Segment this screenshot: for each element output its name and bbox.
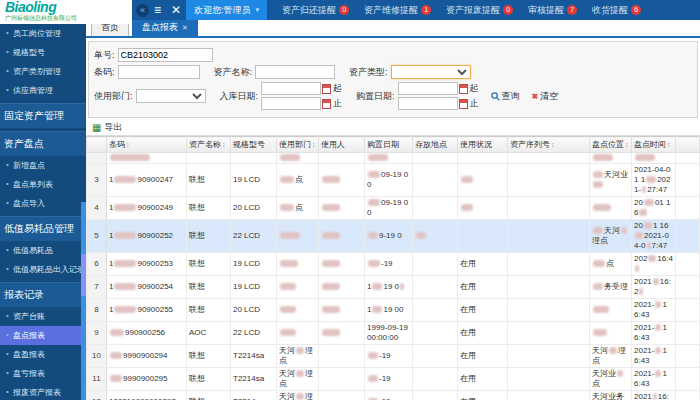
table-cell: 点 xyxy=(277,197,319,220)
export-button[interactable]: ▦ 导出 xyxy=(92,121,122,134)
redacted-blur xyxy=(593,154,613,161)
table-row[interactable]: 7190900254联想19 LCD119 0在用务受理202116:2 xyxy=(87,276,700,299)
sidebar-item[interactable]: 盘点报表 xyxy=(0,326,86,345)
order-number-input[interactable] xyxy=(118,48,213,62)
redacted-blur xyxy=(296,370,304,377)
search-button[interactable]: 查询 xyxy=(491,90,520,103)
table-toolbar: ▦ 导出 xyxy=(86,120,700,136)
sidebar-item[interactable]: 盘点单列表 xyxy=(0,175,86,194)
redacted-blur xyxy=(642,186,646,193)
notification-menu-item[interactable]: 资产报废提醒0 xyxy=(446,4,513,17)
redacted-blur xyxy=(114,204,136,211)
dept-select[interactable] xyxy=(136,89,206,103)
table-row[interactable]: 4190900249联想20 LCD点09-19 002001 16 xyxy=(87,197,700,220)
row-number-cell: 8 xyxy=(87,299,107,322)
sidebar-item[interactable]: 低值易耗品 xyxy=(0,241,86,260)
sidebar-item[interactable]: 低值易耗品出入记录 xyxy=(0,260,86,279)
table-cell: 在用 xyxy=(458,322,508,345)
asset-name-input[interactable] xyxy=(255,65,335,79)
in-date-end-input[interactable] xyxy=(261,97,321,110)
table-row[interactable]: 109990900294联想T2214sa天河理点-19在用天河理点2021-1… xyxy=(87,345,700,368)
sidebar-item[interactable]: 盘点导入 xyxy=(0,194,86,213)
table-cell xyxy=(458,220,508,253)
sidebar-item[interactable]: 盘亏报表 xyxy=(0,364,86,383)
redacted-blur xyxy=(372,283,382,290)
table-cell: 190900253 xyxy=(107,253,187,276)
in-date-start-input[interactable] xyxy=(261,82,321,95)
logo-subtitle: 广州标领信息科技有限公司 xyxy=(5,14,127,23)
table-row[interactable]: 8190900255联想20 LCD119 00在用2021-16:43 xyxy=(87,299,700,322)
column-header[interactable]: 资产名称↕ xyxy=(187,137,231,153)
sidebar: 员工岗位管理规格型号资产类别管理供应商管理固定资产管理资产盘点新增盘点盘点单列表… xyxy=(0,24,86,400)
buy-date-end-input[interactable] xyxy=(398,97,458,110)
redacted-blur xyxy=(322,176,340,183)
sort-icon[interactable]: ↕ xyxy=(312,141,316,148)
column-header[interactable]: 盘点位置↕ xyxy=(590,137,632,153)
table-cell xyxy=(319,345,365,368)
asset-type-label: 资产类型: xyxy=(349,66,388,79)
table-cell xyxy=(277,276,319,299)
table-row[interactable]: 6190900253联想19 LCD-19在用点20216:4 xyxy=(87,253,700,276)
redacted-blur xyxy=(322,204,340,211)
sort-icon[interactable]: ↕ xyxy=(222,141,226,148)
notification-menu: 资产归还提醒0资产维修提醒1资产报废提醒0审核提醒7收货提醒6 xyxy=(267,4,641,17)
column-header[interactable]: 资产序列号↕ xyxy=(508,137,590,153)
barcode-input[interactable] xyxy=(118,65,200,79)
column-header: 购置日期 xyxy=(365,137,413,153)
calendar-icon[interactable] xyxy=(322,84,331,94)
table-cell: 在用 xyxy=(458,345,508,368)
close-icon[interactable]: ✕ xyxy=(171,0,181,20)
table-cell: 201 162021-04-07:47 xyxy=(632,220,676,253)
filler-cell xyxy=(676,220,700,253)
table-cell xyxy=(231,153,277,164)
sidebar-item[interactable]: 盘盈报表 xyxy=(0,345,86,364)
redacted-blur xyxy=(110,329,124,336)
sidebar-item[interactable]: 资产类别管理 xyxy=(0,62,86,81)
table-cell: 190900249 xyxy=(107,197,187,220)
sort-icon[interactable]: ↕ xyxy=(126,141,130,148)
sidebar-item[interactable]: 供应商管理 xyxy=(0,81,86,100)
row-number-cell xyxy=(87,153,107,164)
buy-date-start-input[interactable] xyxy=(398,82,458,95)
calendar-icon[interactable] xyxy=(322,99,331,109)
tab-active[interactable]: 盘点报表✕ xyxy=(132,20,198,36)
column-header[interactable]: 使用部门↕ xyxy=(277,137,319,153)
clear-button[interactable]: ✖ 清空 xyxy=(532,90,559,103)
hamburger-icon[interactable]: ≡ xyxy=(154,0,161,20)
table-row[interactable]: 12100219990900297联想T2214sa天河理点-19在用天河业务受… xyxy=(87,391,700,400)
table-row[interactable]: 3190900247联想19 LCD点09-19 00天河业2021-04-01… xyxy=(87,164,700,197)
sidebar-group-header[interactable]: 资产盘点 xyxy=(0,131,86,156)
sidebar-group-header[interactable]: 报表记录 xyxy=(0,282,86,307)
table-row[interactable]: 5190900252联想22 LCD9-19 0天河理点201 162021-0… xyxy=(87,220,700,253)
column-header[interactable]: 条码↕ xyxy=(107,137,187,153)
sidebar-item[interactable]: 新增盘点 xyxy=(0,156,86,175)
sort-icon[interactable]: ↕ xyxy=(625,141,629,148)
table-row[interactable]: 9990900256AOC22 LCD1999-09-19 00:00:00在用… xyxy=(87,322,700,345)
sidebar-item[interactable]: 员工岗位管理 xyxy=(0,24,86,43)
table-cell xyxy=(319,253,365,276)
table-row[interactable] xyxy=(87,153,700,164)
user-welcome-button[interactable]: 欢迎您:管理员 ▾ xyxy=(186,0,267,20)
sort-icon[interactable]: ↕ xyxy=(667,141,671,148)
notification-menu-item[interactable]: 审核提醒7 xyxy=(528,4,577,17)
sort-icon[interactable]: ↕ xyxy=(551,141,555,148)
sidebar-item[interactable]: 规格型号 xyxy=(0,43,86,62)
table-cell xyxy=(508,391,590,400)
calendar-icon[interactable] xyxy=(459,99,468,109)
table-cell xyxy=(590,153,632,164)
calendar-icon[interactable] xyxy=(459,84,468,94)
redacted-blur xyxy=(593,260,605,267)
asset-type-select[interactable] xyxy=(391,65,471,79)
table-cell xyxy=(413,368,458,391)
sidebar-item[interactable]: 报废资产报表 xyxy=(0,383,86,400)
table-row[interactable]: 119990900295联想T2214sa天河理点-19在用天河业点2021-1… xyxy=(87,368,700,391)
sidebar-item[interactable]: 资产台账 xyxy=(0,307,86,326)
sidebar-group-header[interactable]: 低值易耗品管理 xyxy=(0,216,86,241)
sidebar-group-header[interactable]: 固定资产管理 xyxy=(0,103,86,128)
tab-close-icon[interactable]: ✕ xyxy=(182,24,188,31)
notification-menu-item[interactable]: 资产维修提醒1 xyxy=(364,4,431,17)
notification-menu-item[interactable]: 收货提醒6 xyxy=(592,4,641,17)
sidebar-collapse-button[interactable]: « xyxy=(136,4,149,17)
column-header[interactable]: 盘点时间↕ xyxy=(632,137,676,153)
notification-menu-item[interactable]: 资产归还提醒0 xyxy=(282,4,349,17)
